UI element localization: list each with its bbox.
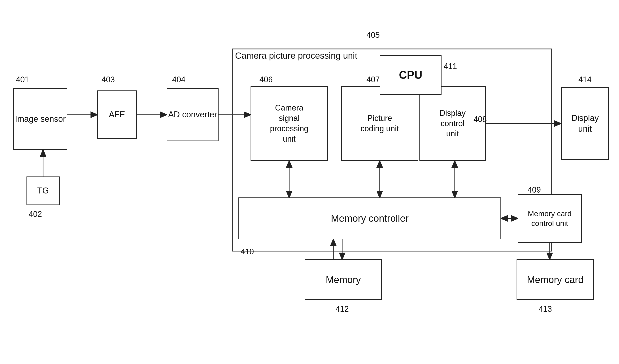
label-401: 401 [16,75,29,84]
label-409: 409 [528,185,541,195]
camera-unit-label: Camera picture processing unit [235,51,357,61]
memory-box: Memory [305,259,382,300]
label-413: 413 [539,304,552,314]
label-406: 406 [259,75,273,84]
memory-card-box: Memory card [517,259,594,300]
label-403: 403 [101,75,115,84]
label-410: 410 [241,247,254,256]
label-407: 407 [366,75,380,84]
image-sensor-box: Image sensor [13,88,67,150]
label-404: 404 [172,75,185,84]
label-411: 411 [444,62,457,71]
label-405: 405 [366,30,380,40]
camera-signal-box: Camerasignalprocessingunit [251,86,328,161]
afe-box: AFE [97,91,137,139]
label-408: 408 [474,115,487,124]
tg-box: TG [27,176,60,205]
diagram: Image sensor 401 AFE 403 AD converter 40… [0,0,619,364]
memory-controller-box: Memory controller [239,197,501,239]
label-414: 414 [578,75,592,84]
memory-card-control-box: Memory cardcontrol unit [518,194,582,243]
display-unit-box: Displayunit [561,87,609,160]
picture-coding-box: Picturecoding unit [341,86,418,161]
label-402: 402 [29,210,42,219]
cpu-box: CPU [380,55,441,95]
label-412: 412 [336,304,349,314]
ad-converter-box: AD converter [167,88,219,141]
